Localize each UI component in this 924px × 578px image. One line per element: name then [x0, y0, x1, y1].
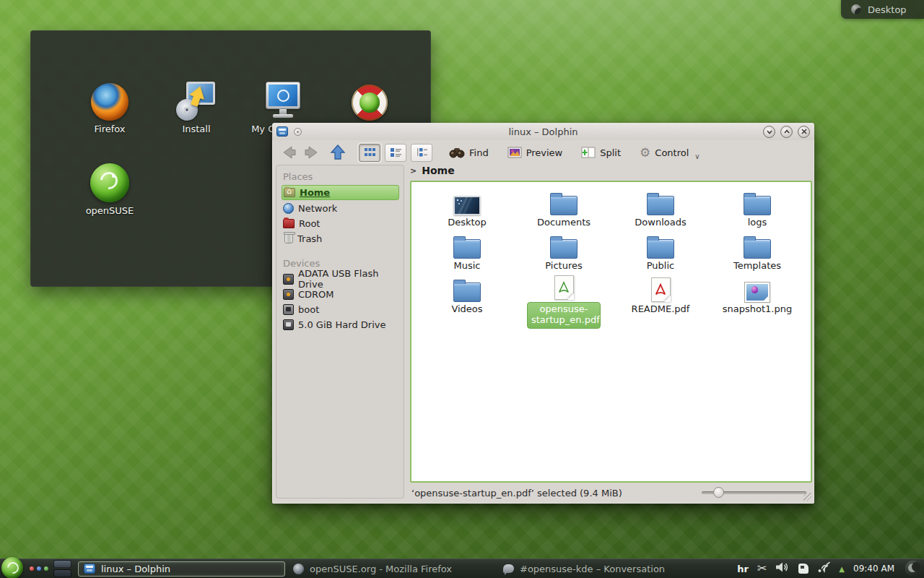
zoom-slider[interactable] [702, 491, 806, 494]
breadcrumb-home[interactable]: Home [422, 165, 454, 176]
sidebar-item-network[interactable]: Network [282, 201, 404, 215]
file-item-opensuse-startup-pdf[interactable]: opensuse-startup_en.pdf [515, 272, 612, 315]
firefox-icon [293, 564, 304, 574]
places-header: Places [283, 171, 404, 182]
icons-view-button[interactable] [359, 144, 380, 162]
pdf-file-icon-red [651, 277, 671, 302]
up-button[interactable] [328, 144, 347, 161]
file-item-videos[interactable]: Videos [419, 272, 515, 315]
red-dot-icon [30, 566, 34, 571]
file-item-desktop[interactable]: Desktop [419, 185, 515, 228]
firefox-icon [91, 83, 128, 121]
system-tray: hr ✂ ▲ 09:40 AM [737, 561, 924, 577]
sidebar-item-trash[interactable]: Trash [282, 231, 404, 246]
file-item-logs[interactable]: logs [709, 185, 806, 228]
file-item-documents[interactable]: Documents [515, 185, 612, 228]
selected-file-label: opensuse-startup_en.pdf [527, 302, 601, 329]
hard-drive-icon [283, 319, 294, 330]
trash-icon [284, 233, 293, 243]
window-title: linux – Dolphin [272, 126, 814, 137]
control-button[interactable]: ⚙ Control ∨ [637, 144, 702, 162]
sidebar-item-home[interactable]: Home [282, 185, 399, 200]
activity-dots [30, 566, 48, 571]
task-dolphin[interactable]: linux – Dolphin [78, 561, 285, 577]
resize-grip[interactable] [803, 493, 811, 501]
breadcrumb-caret-icon: > [410, 166, 417, 176]
preview-button[interactable]: Preview [505, 145, 565, 160]
file-item-pictures[interactable]: Pictures [515, 228, 612, 272]
file-item-downloads[interactable]: Downloads [612, 185, 709, 228]
find-label: Find [469, 147, 489, 158]
speech-bubble-icon [503, 564, 514, 573]
zoom-slider-handle[interactable] [713, 487, 724, 498]
desktop-shortcut-opensuse[interactable]: openSUSE [66, 159, 153, 216]
split-view-icon [581, 147, 596, 158]
taskbar: linux – Dolphin openSUSE.org - Mozilla F… [0, 558, 924, 578]
cdrom-icon [283, 289, 294, 300]
volume-icon[interactable] [775, 561, 790, 576]
network-globe-icon [283, 203, 294, 214]
desktop-folder-icon [453, 196, 481, 215]
find-button[interactable]: Find [447, 145, 491, 160]
split-button[interactable]: Split [579, 145, 623, 160]
desktop-toolbox-label: Desktop [868, 4, 907, 15]
compact-view-button[interactable] [385, 144, 406, 162]
panel-cashew-icon[interactable] [905, 561, 921, 577]
desktop-shortcut-install[interactable]: Install [153, 77, 240, 134]
dolphin-app-icon [84, 564, 95, 574]
application-launcher-button[interactable] [1, 557, 23, 578]
file-view[interactable]: Desktop Documents Downloads logs Music [410, 181, 812, 483]
tray-expander-icon[interactable]: ▲ [839, 565, 845, 573]
lifesaver-help-icon [352, 85, 388, 121]
folder-icon [550, 196, 578, 215]
shortcut-label: Firefox [66, 124, 153, 134]
task-firefox[interactable]: openSUSE.org - Mozilla Firefox [288, 561, 495, 577]
cashew-icon [851, 4, 861, 14]
back-button[interactable] [279, 144, 298, 161]
devices-header: Devices [283, 258, 404, 269]
task-konversation[interactable]: #opensuse-kde – Konversation [498, 561, 705, 577]
boot-partition-icon [283, 304, 294, 315]
file-item-templates[interactable]: Templates [709, 228, 806, 272]
folder-icon [647, 196, 674, 215]
sidebar-item-root[interactable]: Root [282, 216, 404, 230]
file-item-snapshot-png[interactable]: snapshot1.png [709, 272, 806, 315]
folder-icon [550, 239, 578, 259]
file-item-music[interactable]: Music [419, 228, 515, 272]
sidebar-item-usb-drive[interactable]: ADATA USB Flash Drive [282, 272, 404, 286]
shortcut-label: Install [153, 124, 240, 134]
desktop-shortcut-firefox[interactable]: Firefox [66, 77, 153, 134]
desktop-pager[interactable] [53, 560, 71, 577]
preview-label: Preview [526, 147, 563, 158]
home-folder-icon [284, 188, 295, 197]
keyboard-layout-indicator[interactable]: hr [737, 564, 749, 574]
shortcut-label: openSUSE [66, 205, 153, 216]
split-label: Split [600, 147, 621, 158]
install-cd-icon [176, 82, 217, 121]
clock[interactable]: 09:40 AM [853, 564, 894, 574]
breadcrumb: > Home [410, 165, 455, 176]
klipper-scissors-icon[interactable]: ✂ [757, 563, 767, 574]
titlebar[interactable]: linux – Dolphin [272, 123, 814, 140]
close-button[interactable] [798, 126, 810, 138]
folder-icon [647, 239, 674, 259]
folder-icon [453, 239, 481, 259]
file-item-readme-pdf[interactable]: README.pdf [612, 272, 709, 315]
sidebar-item-hard-drive[interactable]: 5.0 GiB Hard Drive [282, 317, 404, 332]
pager-desktop-1[interactable] [53, 560, 71, 568]
root-folder-icon [283, 219, 295, 228]
folder-icon [744, 196, 771, 215]
desktop-toolbox[interactable]: Desktop [841, 0, 924, 19]
preview-image-icon [507, 147, 522, 158]
device-notifier-icon[interactable] [798, 564, 808, 574]
desktop-root: Desktop Firefox Install My Computer Onli… [0, 0, 924, 578]
network-icon[interactable] [817, 561, 830, 576]
file-item-public[interactable]: Public [612, 228, 709, 272]
forward-button[interactable] [302, 144, 321, 161]
usb-drive-icon [283, 274, 294, 285]
sidebar-item-boot[interactable]: boot [282, 302, 404, 316]
minimize-button[interactable] [763, 126, 775, 138]
details-view-button[interactable] [411, 144, 432, 162]
pager-desktop-2[interactable] [53, 569, 71, 577]
maximize-button[interactable] [780, 126, 793, 138]
